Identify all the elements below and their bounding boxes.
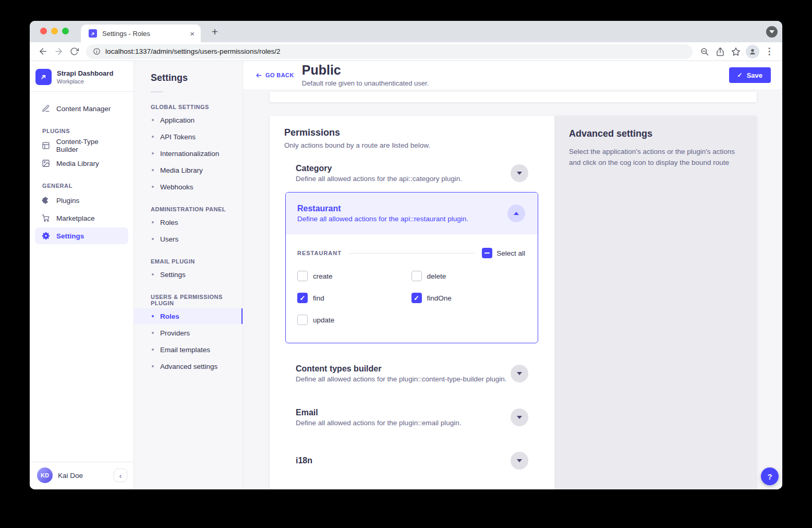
accordion-title: i18n — [296, 456, 312, 465]
permission-update[interactable]: update — [297, 315, 411, 325]
subnav-item-admin-users[interactable]: Users — [134, 231, 243, 247]
permission-findOne[interactable]: findOne — [411, 293, 526, 303]
subnav-item-webhooks[interactable]: Webhooks — [134, 179, 243, 195]
checkbox[interactable] — [411, 271, 422, 281]
subnav-item-label: Email templates — [160, 346, 210, 354]
checkbox-label: update — [313, 316, 334, 324]
subnav-item-email-settings[interactable]: Settings — [134, 267, 243, 282]
restaurant-body: RESTAURANT Select all — [286, 234, 538, 343]
sidebar-item-media-library[interactable]: Media Library — [35, 155, 128, 172]
help-button[interactable]: ? — [761, 467, 779, 485]
browser-window: Settings - Roles × + localhost:1337/admi… — [30, 21, 782, 489]
checkbox-label: find — [313, 294, 324, 302]
close-tab-icon[interactable]: × — [190, 30, 195, 38]
zoom-out-icon[interactable] — [697, 44, 712, 59]
site-info-icon[interactable] — [93, 47, 101, 55]
user-avatar[interactable]: KD — [37, 467, 53, 483]
select-all-control[interactable]: Select all — [482, 248, 525, 258]
subnav-item-label: Providers — [160, 329, 190, 337]
image-icon — [42, 159, 50, 167]
subnav-title: Settings — [151, 73, 243, 83]
permission-find[interactable]: find — [297, 293, 411, 303]
bookmark-star-button[interactable] — [728, 44, 744, 59]
strapi-app: Strapi Dashboard Workplace Content Manag… — [30, 61, 782, 489]
accordion-description: Define all allowed actions for the plugi… — [296, 419, 461, 427]
browser-tab[interactable]: Settings - Roles × — [81, 25, 201, 42]
sidebar-item-content-type-builder[interactable]: Content-Type Builder — [35, 137, 128, 154]
subnav-item-admin-roles[interactable]: Roles — [134, 214, 243, 230]
checkbox[interactable] — [411, 293, 422, 303]
back-button[interactable] — [35, 44, 51, 59]
new-tab-button[interactable]: + — [208, 25, 222, 39]
sidebar-item-content-manager[interactable]: Content Manager — [35, 100, 128, 117]
brand[interactable]: Strapi Dashboard Workplace — [30, 61, 134, 91]
accordion-category[interactable]: Category Define all allowed actions for … — [284, 164, 542, 183]
page-header: GO BACK Public Default role given to una… — [243, 61, 782, 89]
subnav-item-up-roles[interactable]: Roles — [134, 308, 243, 324]
restaurant-header[interactable]: Restaurant Define all allowed actions fo… — [286, 193, 538, 234]
save-button[interactable]: ✓ Save — [729, 67, 771, 83]
share-button[interactable] — [712, 44, 728, 59]
caret-down-icon — [517, 172, 522, 175]
checkbox-label: findOne — [427, 294, 452, 302]
subnav-item-api-tokens[interactable]: API Tokens — [134, 129, 243, 145]
go-back-link[interactable]: GO BACK — [256, 72, 294, 79]
subnav-item-media-library[interactable]: Media Library — [134, 162, 243, 178]
sidebar-item-plugins[interactable]: Plugins — [35, 192, 128, 209]
subnav-item-label: Webhooks — [160, 183, 193, 191]
subnav-item-providers[interactable]: Providers — [134, 325, 243, 341]
forward-button[interactable] — [51, 44, 66, 59]
main-area: GO BACK Public Default role given to una… — [243, 61, 782, 489]
accordion-i18n[interactable]: i18n — [284, 452, 542, 470]
subnav-item-label: Settings — [160, 271, 186, 279]
brand-title: Strapi Dashboard — [57, 69, 113, 78]
select-all-checkbox[interactable] — [482, 248, 492, 258]
browser-toolbar: localhost:1337/admin/settings/users-perm… — [30, 42, 782, 61]
url-bar[interactable]: localhost:1337/admin/settings/users-perm… — [86, 44, 693, 59]
sidebar-item-label: Plugins — [56, 197, 79, 205]
subnav-item-internationalization[interactable]: Internationalization — [134, 146, 243, 161]
checkbox[interactable] — [297, 293, 308, 303]
checkbox[interactable] — [297, 315, 308, 325]
caret-down-icon — [517, 372, 522, 375]
checkbox[interactable] — [297, 271, 308, 281]
expand-i18n-button[interactable] — [511, 452, 528, 470]
collapse-sidebar-button[interactable]: ‹ — [114, 469, 127, 482]
tab-search-button[interactable] — [766, 26, 778, 38]
browser-profile-avatar[interactable] — [746, 45, 759, 58]
subnav-section-users-permissions-plugin: USERS & PERMISSIONS PLUGIN — [151, 294, 243, 306]
caret-down-icon — [517, 459, 522, 462]
save-label: Save — [747, 71, 762, 79]
browser-menu-button[interactable]: ⋮ — [761, 44, 777, 59]
strapi-favicon-icon — [89, 29, 97, 38]
sidebar-item-settings[interactable]: Settings — [35, 227, 128, 244]
subnav-item-label: Media Library — [160, 166, 203, 174]
subnav-item-label: Users — [160, 235, 178, 243]
subnav-item-application[interactable]: Application — [134, 112, 243, 128]
subnav-item-advanced-settings[interactable]: Advanced settings — [134, 358, 243, 374]
accordion-content-types-builder[interactable]: Content types builder Define all allowed… — [284, 364, 542, 383]
puzzle-icon — [42, 196, 50, 205]
url-text[interactable]: localhost:1337/admin/settings/users-perm… — [105, 47, 280, 55]
expand-ctb-button[interactable] — [511, 365, 528, 382]
role-details-card-bottom — [270, 92, 757, 102]
subnav-item-email-templates[interactable]: Email templates — [134, 342, 243, 357]
sidebar-footer: KD Kai Doe ‹ — [30, 462, 134, 489]
permission-create[interactable]: create — [297, 271, 411, 281]
main-sidebar: Strapi Dashboard Workplace Content Manag… — [30, 61, 134, 489]
reload-button[interactable] — [66, 44, 82, 59]
permissions-panel: Permissions Only actions bound by a rout… — [270, 116, 554, 489]
collapse-restaurant-button[interactable] — [507, 205, 525, 222]
minimize-window-button[interactable] — [51, 28, 58, 34]
expand-email-button[interactable] — [511, 409, 528, 426]
sidebar-item-label: Marketplace — [56, 214, 95, 222]
accordion-email[interactable]: Email Define all allowed actions for the… — [284, 408, 542, 427]
maximize-window-button[interactable] — [62, 28, 69, 34]
sidebar-item-marketplace[interactable]: Marketplace — [35, 210, 128, 226]
tab-title: Settings - Roles — [102, 30, 190, 38]
close-window-button[interactable] — [40, 28, 47, 34]
expand-category-button[interactable] — [511, 164, 528, 182]
accordion-title: Category — [296, 164, 462, 173]
accordion-list: Category Define all allowed actions for … — [284, 164, 542, 470]
permission-delete[interactable]: delete — [411, 271, 526, 281]
